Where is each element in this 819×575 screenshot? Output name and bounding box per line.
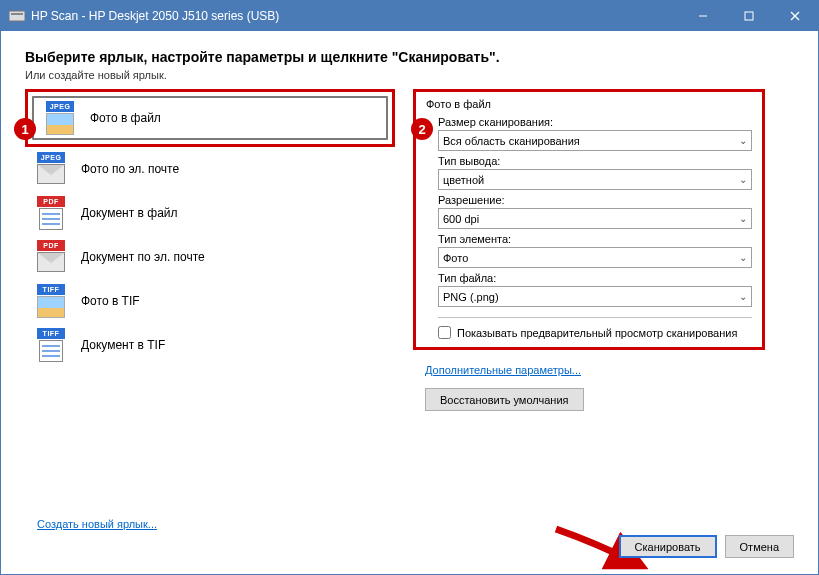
- content-area: Выберите ярлык, настройте параметры и ще…: [1, 31, 818, 574]
- file-type-label: Тип файла:: [438, 272, 752, 284]
- photo-icon: [46, 113, 74, 135]
- app-icon: [9, 8, 25, 24]
- chevron-down-icon: ⌄: [739, 252, 747, 263]
- app-window: HP Scan - HP Deskjet 2050 J510 series (U…: [0, 0, 819, 575]
- minimize-icon: [698, 11, 708, 21]
- jpeg-badge-icon: JPEG: [46, 101, 74, 112]
- element-type-value: Фото: [443, 252, 468, 264]
- step-badge-1: 1: [14, 118, 36, 140]
- shortcut-label: Фото в TIF: [81, 294, 140, 308]
- shortcut-photo-tif[interactable]: TIFF Фото в TIF: [25, 279, 395, 323]
- resolution-value: 600 dpi: [443, 213, 479, 225]
- shortcut-icon: TIFF: [35, 328, 67, 362]
- shortcut-list-pane: JPEG Фото в файл JPEG Фото по эл. почте: [25, 89, 395, 367]
- tiff-badge-icon: TIFF: [37, 284, 65, 295]
- cancel-button[interactable]: Отмена: [725, 535, 794, 558]
- pdf-badge-icon: PDF: [37, 196, 65, 207]
- preview-checkbox[interactable]: [438, 326, 451, 339]
- close-button[interactable]: [772, 1, 818, 31]
- envelope-icon: [37, 164, 65, 184]
- output-type-label: Тип вывода:: [438, 155, 752, 167]
- tiff-badge-icon: TIFF: [37, 328, 65, 339]
- photo-icon: [37, 296, 65, 318]
- file-type-select[interactable]: PNG (.png) ⌄: [438, 286, 752, 307]
- shortcut-document-email[interactable]: PDF Документ по эл. почте: [25, 235, 395, 279]
- shortcut-label: Фото в файл: [90, 111, 161, 125]
- scan-button[interactable]: Сканировать: [619, 535, 717, 558]
- shortcut-document-tif[interactable]: TIFF Документ в TIF: [25, 323, 395, 367]
- maximize-icon: [744, 11, 754, 21]
- shortcut-label: Фото по эл. почте: [81, 162, 179, 176]
- chevron-down-icon: ⌄: [739, 135, 747, 146]
- preview-checkbox-row[interactable]: Показывать предварительный просмотр скан…: [438, 326, 752, 339]
- scan-size-value: Вся область сканирования: [443, 135, 580, 147]
- jpeg-badge-icon: JPEG: [37, 152, 65, 163]
- page-heading: Выберите ярлык, настройте параметры и ще…: [25, 49, 794, 65]
- output-type-select[interactable]: цветной ⌄: [438, 169, 752, 190]
- resolution-select[interactable]: 600 dpi ⌄: [438, 208, 752, 229]
- element-type-label: Тип элемента:: [438, 233, 752, 245]
- scan-size-select[interactable]: Вся область сканирования ⌄: [438, 130, 752, 151]
- title-bar: HP Scan - HP Deskjet 2050 J510 series (U…: [1, 1, 818, 31]
- output-type-value: цветной: [443, 174, 484, 186]
- envelope-icon: [37, 252, 65, 272]
- advanced-settings-link[interactable]: Дополнительные параметры...: [425, 364, 581, 376]
- minimize-button[interactable]: [680, 1, 726, 31]
- close-icon: [790, 11, 800, 21]
- shortcut-photo-to-file[interactable]: JPEG Фото в файл: [32, 96, 388, 140]
- shortcut-photo-email[interactable]: JPEG Фото по эл. почте: [25, 147, 395, 191]
- scan-size-label: Размер сканирования:: [438, 116, 752, 128]
- settings-group-title: Фото в файл: [426, 98, 752, 110]
- file-type-value: PNG (.png): [443, 291, 499, 303]
- shortcut-icon: JPEG: [35, 152, 67, 186]
- shortcut-icon: TIFF: [35, 284, 67, 318]
- annotation-box-2: Фото в файл Размер сканирования: Вся обл…: [413, 89, 765, 350]
- step-badge-2: 2: [411, 118, 433, 140]
- preview-checkbox-label: Показывать предварительный просмотр скан…: [457, 327, 737, 339]
- annotation-box-1: JPEG Фото в файл: [25, 89, 395, 147]
- page-subheading: Или создайте новый ярлык.: [25, 69, 794, 81]
- window-title: HP Scan - HP Deskjet 2050 J510 series (U…: [31, 9, 279, 23]
- document-icon: [39, 208, 63, 230]
- divider: [438, 317, 752, 318]
- shortcut-icon: PDF: [35, 240, 67, 274]
- chevron-down-icon: ⌄: [739, 213, 747, 224]
- create-new-shortcut-link[interactable]: Создать новый ярлык...: [37, 518, 157, 530]
- svg-rect-3: [745, 12, 753, 20]
- chevron-down-icon: ⌄: [739, 291, 747, 302]
- shortcut-label: Документ по эл. почте: [81, 250, 205, 264]
- resolution-label: Разрешение:: [438, 194, 752, 206]
- shortcut-label: Документ в файл: [81, 206, 178, 220]
- settings-pane: Фото в файл Размер сканирования: Вся обл…: [413, 89, 765, 411]
- document-icon: [39, 340, 63, 362]
- shortcut-document-file[interactable]: PDF Документ в файл: [25, 191, 395, 235]
- restore-defaults-button[interactable]: Восстановить умолчания: [425, 388, 584, 411]
- shortcut-icon: JPEG: [44, 101, 76, 135]
- pdf-badge-icon: PDF: [37, 240, 65, 251]
- footer-buttons: Сканировать Отмена: [619, 535, 794, 558]
- shortcut-label: Документ в TIF: [81, 338, 165, 352]
- shortcut-icon: PDF: [35, 196, 67, 230]
- element-type-select[interactable]: Фото ⌄: [438, 247, 752, 268]
- chevron-down-icon: ⌄: [739, 174, 747, 185]
- svg-rect-1: [11, 13, 23, 15]
- svg-rect-0: [9, 11, 25, 21]
- maximize-button[interactable]: [726, 1, 772, 31]
